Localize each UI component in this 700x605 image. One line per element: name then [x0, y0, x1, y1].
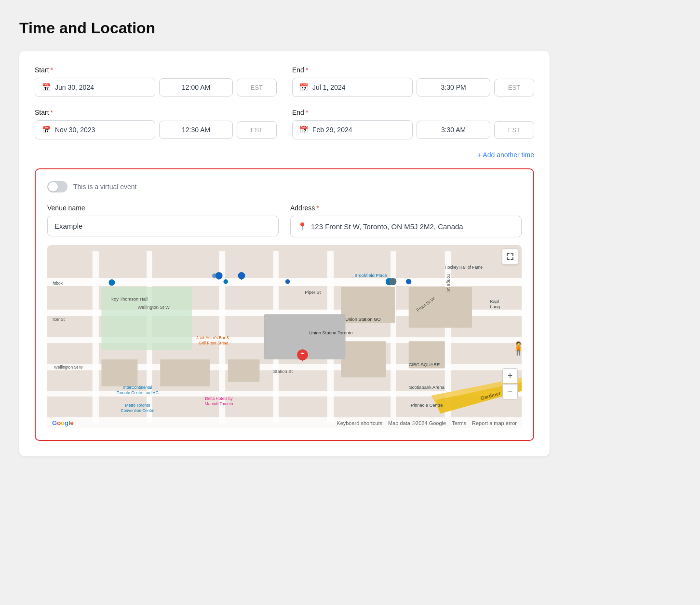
- start-date-2[interactable]: 📅 Nov 30, 2023: [35, 120, 155, 139]
- svg-point-61: [406, 279, 411, 284]
- address-field-group: Address * 📍: [290, 204, 522, 237]
- svg-text:Toronto Centre, an IHG: Toronto Centre, an IHG: [117, 390, 159, 395]
- svg-text:Pinnacle Centre: Pinnacle Centre: [411, 403, 443, 408]
- add-another-time-button[interactable]: + Add another time: [477, 151, 534, 159]
- start-group-1: Start * 📅 Jun 30, 2024 12:00 AM EST: [35, 66, 277, 97]
- map-container: Wellington St W Front St W Yonge St Well…: [47, 245, 522, 428]
- svg-text:Yonge St: Yonge St: [446, 274, 451, 292]
- start-tz-2[interactable]: EST: [237, 121, 277, 139]
- time-row-2: Start * 📅 Nov 30, 2023 12:30 AM EST End …: [35, 109, 534, 139]
- svg-point-55: [212, 274, 216, 278]
- start-time-2[interactable]: 12:30 AM: [159, 121, 232, 139]
- map-zoom-controls: + −: [502, 368, 518, 399]
- svg-text:Grill Front Street: Grill Front Street: [199, 341, 229, 345]
- map-footer-links: Keyboard shortcuts Map data ©2024 Google…: [337, 420, 517, 426]
- end-label-2: End *: [292, 109, 534, 116]
- svg-text:Wellington St W: Wellington St W: [137, 305, 170, 310]
- end-group-2: End * 📅 Feb 29, 2024 3:30 AM EST: [292, 109, 534, 139]
- required-star: *: [306, 66, 308, 74]
- svg-text:Union Station GO: Union Station GO: [346, 317, 381, 322]
- required-star: *: [51, 109, 53, 116]
- virtual-event-toggle[interactable]: [47, 181, 67, 192]
- start-label-2: Start *: [35, 109, 277, 116]
- google-logo: Google: [52, 419, 74, 426]
- venue-label: Venue name: [47, 204, 279, 212]
- end-inputs-1: 📅 Jul 1, 2024 3:30 PM EST: [292, 78, 534, 97]
- svg-rect-11: [390, 251, 396, 423]
- toggle-knob: [48, 182, 58, 192]
- start-group-2: Start * 📅 Nov 30, 2023 12:30 AM EST: [35, 109, 277, 139]
- start-inputs-1: 📅 Jun 30, 2024 12:00 AM EST: [35, 78, 277, 97]
- page-title: Time and Location: [19, 19, 681, 37]
- svg-text:Kapl: Kapl: [490, 299, 499, 304]
- svg-text:Union Station Toronto: Union Station Toronto: [310, 330, 353, 335]
- map-footer: Google Keyboard shortcuts Map data ©2024…: [47, 417, 522, 428]
- svg-point-58: [285, 279, 290, 284]
- virtual-toggle-row: This is a virtual event: [47, 181, 522, 192]
- start-tz-1[interactable]: EST: [237, 79, 277, 96]
- end-group-1: End * 📅 Jul 1, 2024 3:30 PM EST: [292, 66, 534, 97]
- zoom-in-button[interactable]: +: [502, 368, 518, 384]
- svg-text:Piper St: Piper St: [305, 290, 321, 295]
- time-row-1: Start * 📅 Jun 30, 2024 12:00 AM EST End …: [35, 66, 534, 97]
- map-data-text: Map data ©2024 Google: [388, 420, 446, 426]
- terms-link[interactable]: Terms: [452, 420, 466, 426]
- svg-point-57: [223, 279, 228, 284]
- svg-text:Convention Centre: Convention Centre: [121, 409, 155, 413]
- required-star: *: [306, 109, 308, 116]
- end-time-2[interactable]: 3:30 AM: [417, 121, 490, 139]
- svg-text:rcer St: rcer St: [53, 317, 65, 322]
- svg-point-56: [108, 279, 115, 286]
- address-input-wrapper[interactable]: 📍: [290, 216, 522, 237]
- svg-text:Scotiabank Arena: Scotiabank Arena: [409, 385, 445, 390]
- location-section: This is a virtual event Venue name Addre…: [35, 168, 534, 441]
- svg-rect-6: [93, 251, 99, 423]
- address-input[interactable]: [311, 222, 514, 231]
- svg-text:Roy Thomson Hall: Roy Thomson Hall: [110, 297, 148, 302]
- start-date-1[interactable]: 📅 Jun 30, 2024: [35, 78, 155, 97]
- zoom-out-button[interactable]: −: [502, 384, 518, 399]
- keyboard-shortcuts-link[interactable]: Keyboard shortcuts: [337, 420, 382, 426]
- location-pin-icon: 📍: [297, 222, 307, 231]
- end-date-2[interactable]: 📅 Feb 29, 2024: [292, 120, 413, 139]
- start-label-1: Start *: [35, 66, 277, 74]
- required-star: *: [51, 66, 53, 74]
- map-svg: Wellington St W Front St W Yonge St Well…: [47, 245, 522, 428]
- venue-field-group: Venue name: [47, 204, 279, 237]
- svg-text:Brookfield Place: Brookfield Place: [354, 273, 387, 278]
- end-label-1: End *: [292, 66, 534, 74]
- report-map-error-link[interactable]: Report a map error: [472, 420, 517, 426]
- end-tz-1[interactable]: EST: [494, 79, 534, 96]
- pegman-icon: 🧍: [511, 341, 522, 356]
- end-time-1[interactable]: 3:30 PM: [417, 78, 490, 96]
- calendar-icon: 📅: [42, 83, 51, 92]
- virtual-event-label: This is a virtual event: [73, 183, 137, 191]
- end-inputs-2: 📅 Feb 29, 2024 3:30 AM EST: [292, 120, 534, 139]
- venue-name-input[interactable]: [47, 216, 279, 236]
- svg-text:InterContinental: InterContinental: [123, 385, 152, 390]
- svg-text:Wellington St W: Wellington St W: [54, 365, 83, 370]
- svg-text:htbox: htbox: [53, 281, 63, 286]
- svg-text:Station St: Station St: [273, 369, 293, 374]
- svg-rect-15: [160, 359, 210, 386]
- svg-text:Hockey Hall of Fame: Hockey Hall of Fame: [445, 265, 483, 270]
- add-time-row: + Add another time: [35, 151, 534, 159]
- svg-text:Metro Toronto: Metro Toronto: [125, 403, 150, 408]
- svg-rect-16: [228, 359, 260, 382]
- svg-text:Marriott Toronto: Marriott Toronto: [205, 401, 233, 406]
- svg-text:Jack Astor's Bar &: Jack Astor's Bar &: [196, 335, 229, 340]
- required-star: *: [316, 204, 319, 212]
- calendar-icon: 📅: [42, 125, 51, 134]
- calendar-icon: 📅: [299, 83, 309, 92]
- address-label: Address *: [290, 204, 522, 212]
- svg-text:Delta Hotels by: Delta Hotels by: [205, 396, 233, 401]
- end-date-1[interactable]: 📅 Jul 1, 2024: [292, 78, 413, 97]
- start-inputs-2: 📅 Nov 30, 2023 12:30 AM EST: [35, 120, 277, 139]
- start-time-1[interactable]: 12:00 AM: [159, 78, 232, 96]
- map-expand-controls: [502, 249, 518, 264]
- end-tz-2[interactable]: EST: [494, 121, 534, 139]
- calendar-icon: 📅: [299, 125, 309, 134]
- expand-map-button[interactable]: [502, 249, 518, 264]
- venue-address-row: Venue name Address * 📍: [47, 204, 522, 237]
- svg-point-60: [389, 278, 396, 285]
